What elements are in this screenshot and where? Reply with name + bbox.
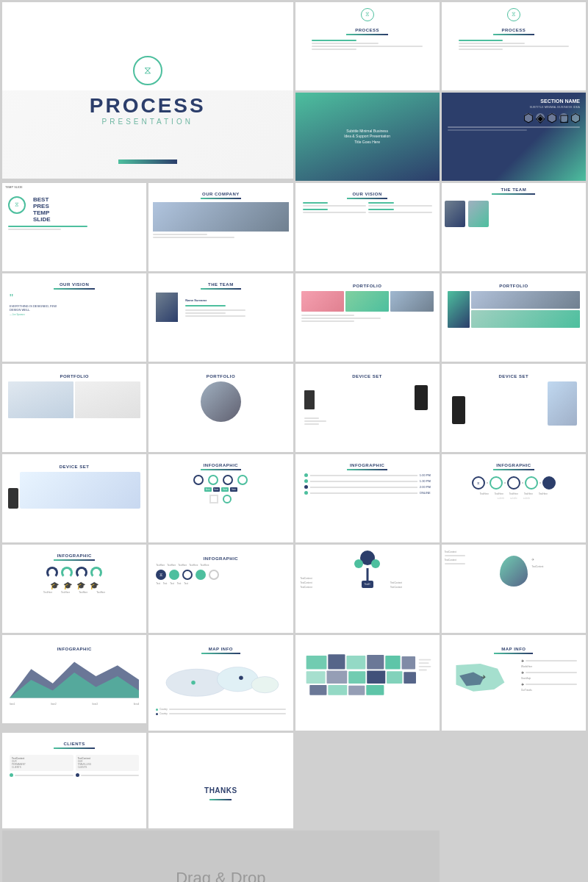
portfolio-3-slide[interactable]: PORTFOLIO <box>2 364 146 452</box>
svg-rect-20 <box>328 685 347 695</box>
process-icon-1: ⧖ <box>361 8 374 21</box>
device-set-3-slide[interactable]: DEVICE SET <box>2 454 146 542</box>
team-photo <box>156 293 178 322</box>
badge-2: Item <box>213 487 220 492</box>
clients-slide[interactable]: CLIENTS TextContent OUR PERMANENT CLIENT… <box>2 733 146 828</box>
slide-grid: ⧖ PROCESS PRESENTATION ⧖ PROCESS ⧖ <box>0 0 588 882</box>
device-3-title: DEVICE SET <box>8 465 140 469</box>
svg-rect-15 <box>348 671 365 684</box>
map-info-3-slide[interactable]: MAP INFO ✈ ✈ WordsHere <box>442 635 586 731</box>
portfolio-2-slide[interactable]: PORTFOLIO <box>442 273 586 362</box>
featured-subtitle: PRESENTATION <box>102 118 193 126</box>
portfolio-left-slide[interactable]: PORTFOLIO <box>148 364 293 452</box>
drag-drop-text: Drag & Drop <box>176 869 265 882</box>
infographic-5-title: INFOGRAPHIC <box>156 556 285 561</box>
our-vision-right-title: OUR VISION <box>300 192 435 196</box>
the-team-right-slide[interactable]: THE TEAM <box>442 183 586 271</box>
thanks-slide[interactable]: THANKS <box>148 733 293 828</box>
svg-rect-16 <box>367 670 385 684</box>
infographic-4-title: INFOGRAPHIC <box>7 553 142 558</box>
svg-rect-18 <box>404 672 416 684</box>
process-title-1: PROCESS <box>355 28 379 32</box>
our-vision-left-slide[interactable]: OUR VISION " EVERYTHING IS DESIGNED, FEW… <box>2 273 146 362</box>
section-icon-5: ⬡ <box>571 113 580 122</box>
svg-rect-13 <box>306 671 325 684</box>
svg-rect-11 <box>385 656 400 670</box>
portfolio-2-title: PORTFOLIO <box>448 284 580 288</box>
infographic-5-slide[interactable]: INFOGRAPHIC TextHere TextHere TextHere T… <box>148 545 293 633</box>
featured-bar <box>118 159 177 164</box>
svg-rect-12 <box>401 656 415 670</box>
info-circle-1 <box>193 475 204 485</box>
badge-3: Item <box>221 487 229 492</box>
portfolio-3-title: PORTFOLIO <box>8 374 140 379</box>
process-slide-1[interactable]: ⧖ PROCESS <box>295 2 440 90</box>
best-pres-slide[interactable]: TEMP SLIDE ⧖ BESTPRESTEMPSLIDE <box>2 183 146 271</box>
thanks-title: THANKS <box>204 786 237 795</box>
infographic-2-title: INFOGRAPHIC <box>300 463 435 467</box>
process-slide-2[interactable]: ⧖ PROCESS <box>442 2 586 90</box>
badge-4: Item <box>230 487 237 492</box>
team-right-title: THE TEAM <box>442 187 586 192</box>
infographic-3-title: INFOGRAPHIC <box>446 463 581 467</box>
drag-drop-slide[interactable]: Drag & Drop <box>2 831 440 882</box>
svg-rect-9 <box>346 656 365 670</box>
svg-rect-14 <box>326 670 347 684</box>
svg-rect-25 <box>418 666 431 667</box>
section-name-slide[interactable]: SECTION NAME SUBTITLE MINIMAL BUSINESS I… <box>442 93 586 181</box>
our-vision-right-slide[interactable]: OUR VISION <box>295 183 440 271</box>
section-name-sub: SUBTITLE MINIMAL BUSINESS IDEA <box>448 105 580 109</box>
quote-text-left: EVERYTHING IS DESIGNED, FEWDESIGN WELL. <box>10 304 139 312</box>
infographic-1-slide[interactable]: INFOGRAPHIC Item Item Item Item <box>148 454 293 542</box>
svg-rect-24 <box>418 662 429 664</box>
device-set-1-slide[interactable]: DEVICE SET <box>295 364 440 452</box>
our-vision-left-title: OUR VISION <box>7 282 142 287</box>
svg-point-4 <box>251 676 279 692</box>
infographic-tree-slide[interactable]: TextContent TextContent TextContent Text… <box>295 545 440 633</box>
badge-1: Item <box>204 487 212 492</box>
quote-mark-left: " <box>10 293 139 303</box>
subtitle-slide[interactable]: Subtitle Minimal BusinessIdea & Support … <box>295 93 440 181</box>
portfolio-1-slide[interactable]: PORTFOLIO <box>295 273 440 362</box>
map-info-2-slide[interactable] <box>295 635 440 731</box>
infographic-1-title: INFOGRAPHIC <box>153 463 288 467</box>
infographic-4-slide[interactable]: INFOGRAPHIC 🎓 🎓 🎓 🎓 TextHere TextHere Te… <box>2 545 146 633</box>
map-3-title: MAP INFO <box>449 647 578 651</box>
portfolio-left-title: PORTFOLIO <box>154 374 287 379</box>
best-pres-text: BESTPRESTEMPSLIDE <box>33 196 51 223</box>
map-info-1-slide[interactable]: MAP INFO Country <box>148 635 293 731</box>
svg-rect-8 <box>328 654 345 669</box>
featured-title: PROCESS <box>90 94 206 118</box>
device-set-2-slide[interactable]: DEVICE SET <box>442 364 586 452</box>
section-name-title: SECTION NAME <box>448 98 580 104</box>
usa-map-svg <box>303 647 432 702</box>
map-1-title: MAP INFO <box>156 647 285 651</box>
info-circle-2 <box>208 475 218 485</box>
svg-text:✈: ✈ <box>481 674 486 681</box>
infographic-2-slide[interactable]: INFOGRAPHIC 1:00 PM 1:30 PM 2:00 PM O <box>295 454 440 542</box>
infographic-6-slide[interactable]: INFOGRAPHIC Item1 Item2 Item3 Item4 <box>2 635 146 723</box>
featured-slide[interactable]: ⧖ PROCESS PRESENTATION <box>2 2 293 179</box>
our-company-title: OUR COMPANY <box>153 192 288 196</box>
process-icon-2: ⧖ <box>507 8 520 21</box>
portfolio-1-title: PORTFOLIO <box>301 284 434 288</box>
section-icon-3: ⬡ <box>548 113 556 122</box>
info-circle-4 <box>237 475 248 485</box>
svg-point-6 <box>239 676 243 681</box>
svg-point-5 <box>191 681 196 685</box>
featured-icon: ⧖ <box>133 56 162 85</box>
section-icon-4: ◻ <box>559 113 568 122</box>
mountain-chart <box>10 654 139 698</box>
our-company-slide[interactable]: OUR COMPANY <box>148 183 293 271</box>
section-icons-row: ⬡ ◈ ⬡ ◻ ⬡ <box>448 113 580 122</box>
thanks-divider <box>209 799 232 800</box>
svg-rect-17 <box>387 671 402 684</box>
temp-slide-label: TEMP SLIDE <box>4 184 24 190</box>
svg-rect-19 <box>309 685 326 695</box>
infographic-globe-slide[interactable]: TextContent TextContent ✈ TextContent <box>442 545 586 633</box>
the-team-left-slide[interactable]: THE TEAM Name Surname <box>148 273 293 362</box>
mini-usa-map: ✈ <box>449 657 518 698</box>
infographic-6-title: INFOGRAPHIC <box>10 647 139 651</box>
company-image <box>153 202 288 232</box>
infographic-3-slide[interactable]: INFOGRAPHIC ⧖ TextHere TextHere TextHere… <box>442 454 586 542</box>
